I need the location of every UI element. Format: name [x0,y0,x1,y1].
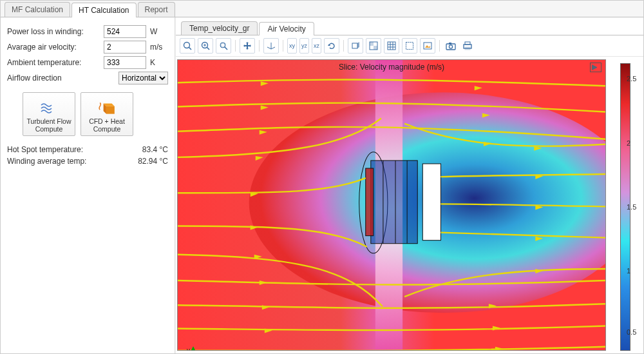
param-label: Avarage air velocity: [7,43,104,52]
svg-line-8 [207,47,209,50]
axis-3d-icon [267,41,276,50]
view-xz-button[interactable]: xz [312,38,321,54]
plot-legend-icon [590,63,601,72]
compute-buttons: Turbulent Flow Compute CFD + Heat Comput… [23,92,168,136]
svg-line-4 [189,47,191,50]
tick: 2 [627,139,630,147]
svg-rect-20 [374,46,377,50]
parameters-panel: Power loss in winding: W Avarage air vel… [1,17,175,353]
zoom-box-button[interactable] [216,38,231,54]
result-label: Winding average temp: [7,157,138,166]
svg-line-13 [267,47,271,49]
ambient-temp-unit: K [150,58,168,67]
view-xy-button[interactable]: xy [287,38,297,54]
param-power-loss: Power loss in winding: W [7,25,168,38]
main-area: Power loss in winding: W Avarage air vel… [1,17,643,353]
main-tab-bar: MF Calculation HT Calculation Report [1,1,643,17]
axis-orient-button[interactable] [263,38,279,54]
grid-button[interactable] [384,38,399,54]
cfd-heat-compute-button[interactable]: CFD + Heat Compute [80,92,133,136]
svg-rect-39 [371,161,417,244]
tick: 1 [627,267,630,275]
svg-rect-30 [449,43,451,44]
separator [283,40,283,52]
tab-mf-calculation[interactable]: MF Calculation [5,2,70,17]
light-icon [351,41,360,50]
svg-rect-26 [406,43,413,50]
airflow-direction-select[interactable]: Horizontal [118,72,168,84]
tab-air-velocity[interactable]: Air Velocity [259,22,314,35]
button-label: CFD + Heat Compute [82,117,131,133]
svg-rect-16 [352,43,357,48]
transparency-icon [369,41,378,50]
plot-toolbar: xy yz xz [176,35,643,57]
winding-avg-value: 82.94 °C [138,157,168,166]
cube-heat-icon [98,101,116,115]
waves-icon [40,101,58,115]
plot-area: Slice: Velocity magnitude (m/s) [176,57,643,353]
tab-temp-velocity[interactable]: Temp_velocity_gr [181,21,258,35]
power-loss-input[interactable] [104,25,146,38]
result-winding-avg: Winding average temp: 82.94 °C [7,157,168,166]
tab-report[interactable]: Report [138,2,175,17]
svg-marker-2 [106,106,115,114]
turbulent-flow-compute-button[interactable]: Turbulent Flow Compute [23,92,75,136]
hot-spot-value: 83.4 °C [142,145,168,154]
separator [439,40,440,52]
svg-rect-43 [366,168,374,236]
tick: 1.5 [627,203,636,211]
image-icon [423,41,432,50]
pan-button[interactable] [240,38,255,54]
svg-line-14 [271,47,275,49]
result-hot-spot: Hot Spot temperature: 83.4 °C [7,145,168,154]
svg-rect-10 [221,43,225,47]
app-window: MF Calculation HT Calculation Report Pow… [0,0,644,354]
plot-tab-bar: Temp_velocity_gr Air Velocity [176,17,643,35]
svg-point-31 [449,45,452,48]
svg-text:y: y [187,347,190,351]
zoom-extents-button[interactable] [180,38,195,54]
tick: 2.5 [627,75,636,83]
param-ambient-temp: Ambient temperature: K [7,56,168,69]
select-icon [405,41,414,50]
ambient-temp-input[interactable] [104,56,146,69]
zoom-in-icon [201,41,210,50]
colorbar: 2.5 2 1.5 1 0.5 [611,59,639,351]
rotate-button[interactable] [324,38,339,54]
zoom-extents-icon [183,41,192,50]
transparency-button[interactable] [366,38,381,54]
air-velocity-unit: m/s [150,43,168,52]
result-label: Hot Spot temperature: [7,145,142,154]
plot-title: Slice: Velocity magnitude (m/s) [339,63,444,72]
scene-light-button[interactable] [348,38,363,54]
tab-ht-calculation[interactable]: HT Calculation [71,3,136,17]
heatmap-svg [178,60,605,351]
param-label: Power loss in winding: [7,27,104,36]
zoom-in-button[interactable] [198,38,213,54]
svg-rect-44 [422,164,440,241]
svg-rect-34 [465,47,470,50]
air-velocity-input[interactable] [104,41,146,54]
select-button[interactable] [402,38,417,54]
separator [235,40,236,52]
zoom-box-icon [219,41,228,50]
button-label: Turbulent Flow Compute [24,117,73,133]
colorbar-ticks: 2.5 2 1.5 1 0.5 [627,63,642,354]
tick: 0.5 [627,328,636,336]
param-airflow-direction: Airflow direction Horizontal [7,72,168,84]
param-label: Ambient temperature: [7,58,104,67]
show-button[interactable] [420,38,435,54]
grid-icon [387,41,396,50]
view-yz-button[interactable]: yz [299,38,309,54]
power-loss-unit: W [150,27,168,36]
plot-panel: Temp_velocity_gr Air Velocity xy yz xz [175,17,643,353]
svg-rect-21 [388,42,395,50]
param-air-velocity: Avarage air velocity: m/s [7,41,168,54]
print-button[interactable] [460,39,475,53]
pan-icon [243,41,252,50]
svg-rect-19 [370,42,374,46]
svg-marker-28 [425,45,430,48]
velocity-plot[interactable]: Slice: Velocity magnitude (m/s) [177,59,606,351]
snapshot-button[interactable] [444,39,458,53]
camera-icon [446,41,456,50]
